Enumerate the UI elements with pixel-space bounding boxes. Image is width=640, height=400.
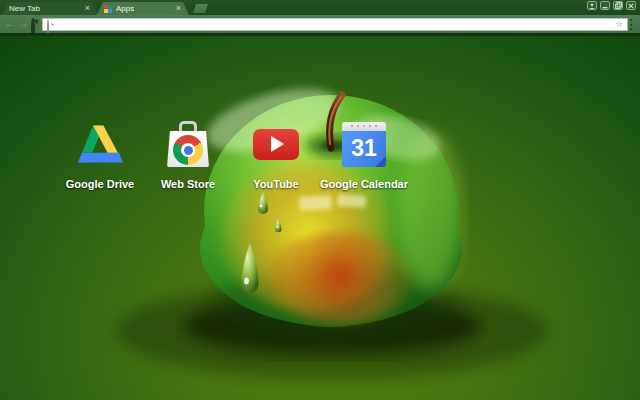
tab-strip: New Tab × Apps ×: [0, 0, 640, 15]
shortcut-label: YouTube: [253, 178, 298, 190]
minimize-icon: [602, 3, 608, 9]
maximize-icon: [615, 2, 622, 9]
shortcut-google-drive[interactable]: Google Drive: [56, 120, 144, 190]
reload-button[interactable]: [31, 19, 39, 27]
minimize-button[interactable]: [600, 1, 610, 10]
play-icon: [271, 136, 284, 152]
new-tab-button[interactable]: [193, 4, 208, 13]
chrome-logo-icon: [173, 135, 203, 165]
forward-button[interactable]: →: [18, 18, 28, 30]
shortcut-youtube[interactable]: YouTube: [232, 120, 320, 190]
back-button[interactable]: ←: [5, 18, 15, 30]
address-bar[interactable]: ☆: [42, 18, 628, 31]
magnifier-icon: [47, 20, 56, 29]
apple-wallpaper: [0, 36, 640, 400]
shortcut-label: Google Calendar: [320, 178, 408, 190]
person-icon: [589, 3, 595, 9]
apps-grid-icon: [104, 5, 112, 13]
youtube-icon: [252, 120, 300, 168]
three-dot-menu-icon[interactable]: [626, 19, 636, 30]
google-calendar-icon: 31: [340, 120, 388, 168]
window-controls: [587, 1, 636, 10]
shortcut-google-calendar[interactable]: 31 Google Calendar: [320, 120, 408, 190]
tab-apps-label: Apps: [116, 2, 134, 15]
close-tab-icon[interactable]: ×: [84, 2, 91, 15]
close-icon: [628, 3, 634, 9]
close-window-button[interactable]: [626, 1, 636, 10]
maximize-button[interactable]: [613, 1, 623, 10]
browser-window: New Tab × Apps ×: [0, 0, 640, 400]
shortcut-label: Web Store: [161, 178, 215, 190]
app-shortcuts: Google Drive Web Store YouTube: [56, 120, 408, 190]
profile-button[interactable]: [587, 1, 597, 10]
toolbar: ← → ☆: [0, 15, 640, 33]
tab-apps[interactable]: Apps ×: [97, 2, 189, 15]
close-tab-icon[interactable]: ×: [175, 2, 182, 15]
bookmark-star-icon[interactable]: ☆: [615, 18, 623, 31]
tab-new-tab[interactable]: New Tab ×: [2, 2, 98, 15]
new-tab-page: Google Drive Web Store YouTube: [0, 33, 640, 400]
calendar-day-number: 31: [351, 135, 377, 162]
tab-new-tab-label: New Tab: [9, 2, 40, 15]
shortcut-label: Google Drive: [66, 178, 134, 190]
google-drive-icon: [76, 120, 124, 168]
shortcut-web-store[interactable]: Web Store: [144, 120, 232, 190]
chrome-web-store-icon: [164, 120, 212, 168]
